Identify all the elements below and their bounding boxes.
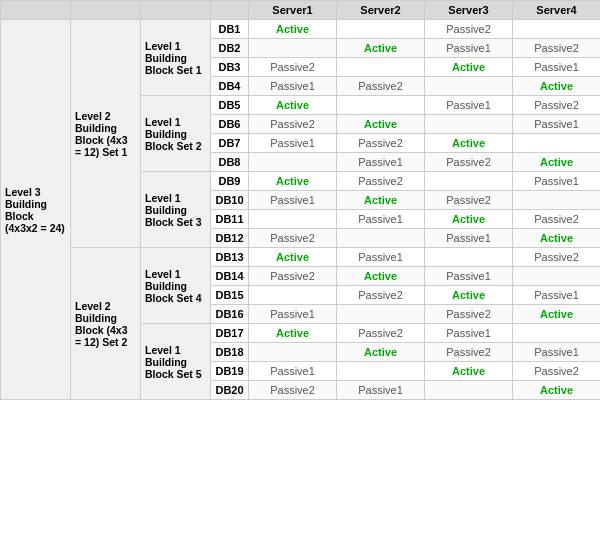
server1-cell [249, 39, 337, 58]
server1-cell [249, 153, 337, 172]
db-name: DB17 [211, 324, 249, 343]
db-name: DB19 [211, 362, 249, 381]
server4-cell: Passive1 [513, 286, 601, 305]
db-name: DB15 [211, 286, 249, 305]
header-server4: Server4 [513, 1, 601, 20]
db-name: DB13 [211, 248, 249, 267]
header-server1: Server1 [249, 1, 337, 20]
server2-cell: Active [337, 267, 425, 286]
server4-cell: Active [513, 153, 601, 172]
server1-cell: Passive1 [249, 191, 337, 210]
db-name: DB4 [211, 77, 249, 96]
level1-label: Level 1 Building Block Set 4 [141, 248, 211, 324]
server4-cell [513, 324, 601, 343]
replication-table: Server1 Server2 Server3 Server4 Level 3 … [0, 0, 600, 400]
server3-cell: Active [425, 362, 513, 381]
server4-cell: Active [513, 229, 601, 248]
server2-cell: Passive2 [337, 286, 425, 305]
server3-cell [425, 172, 513, 191]
server4-cell: Active [513, 381, 601, 400]
server1-cell: Passive1 [249, 134, 337, 153]
server3-cell: Active [425, 58, 513, 77]
server1-cell: Passive2 [249, 229, 337, 248]
server2-cell: Active [337, 39, 425, 58]
server1-cell: Active [249, 248, 337, 267]
server4-cell: Passive1 [513, 343, 601, 362]
server1-cell [249, 286, 337, 305]
server2-cell [337, 20, 425, 39]
server1-cell [249, 210, 337, 229]
level2-label: Level 2 Building Block (4x3 = 12) Set 2 [71, 248, 141, 400]
server3-cell [425, 248, 513, 267]
server3-cell: Passive2 [425, 191, 513, 210]
server2-cell [337, 362, 425, 381]
level1-label: Level 1 Building Block Set 3 [141, 172, 211, 248]
main-table-container: Server1 Server2 Server3 Server4 Level 3 … [0, 0, 600, 400]
header-db [211, 1, 249, 20]
server4-cell: Passive2 [513, 248, 601, 267]
level2-label: Level 2 Building Block (4x3 = 12) Set 1 [71, 20, 141, 248]
server2-cell: Passive1 [337, 248, 425, 267]
server2-cell: Active [337, 115, 425, 134]
server2-cell [337, 96, 425, 115]
header-level3 [1, 1, 71, 20]
server4-cell: Passive2 [513, 362, 601, 381]
server2-cell: Passive2 [337, 134, 425, 153]
db-name: DB5 [211, 96, 249, 115]
server1-cell: Active [249, 96, 337, 115]
server3-cell: Active [425, 286, 513, 305]
db-name: DB2 [211, 39, 249, 58]
server2-cell [337, 58, 425, 77]
header-server2: Server2 [337, 1, 425, 20]
server3-cell: Passive1 [425, 96, 513, 115]
db-name: DB6 [211, 115, 249, 134]
db-name: DB9 [211, 172, 249, 191]
server2-cell: Active [337, 191, 425, 210]
server1-cell: Passive2 [249, 381, 337, 400]
server4-cell [513, 267, 601, 286]
server4-cell: Active [513, 77, 601, 96]
server4-cell: Passive1 [513, 58, 601, 77]
server3-cell: Passive1 [425, 267, 513, 286]
server2-cell: Passive2 [337, 172, 425, 191]
server3-cell: Passive2 [425, 20, 513, 39]
db-name: DB16 [211, 305, 249, 324]
db-name: DB12 [211, 229, 249, 248]
header-level1 [141, 1, 211, 20]
server1-cell [249, 343, 337, 362]
db-name: DB18 [211, 343, 249, 362]
level1-label: Level 1 Building Block Set 1 [141, 20, 211, 96]
db-name: DB14 [211, 267, 249, 286]
server4-cell: Passive2 [513, 96, 601, 115]
server1-cell: Passive2 [249, 115, 337, 134]
server1-cell: Active [249, 324, 337, 343]
server3-cell [425, 381, 513, 400]
header-server3: Server3 [425, 1, 513, 20]
server4-cell [513, 191, 601, 210]
server4-cell: Passive1 [513, 172, 601, 191]
level1-label: Level 1 Building Block Set 2 [141, 96, 211, 172]
db-name: DB10 [211, 191, 249, 210]
server2-cell: Passive1 [337, 381, 425, 400]
server3-cell: Passive1 [425, 39, 513, 58]
server3-cell: Passive1 [425, 229, 513, 248]
server2-cell: Passive2 [337, 77, 425, 96]
server2-cell: Passive1 [337, 210, 425, 229]
db-name: DB1 [211, 20, 249, 39]
server3-cell: Passive2 [425, 305, 513, 324]
db-name: DB8 [211, 153, 249, 172]
server1-cell: Passive2 [249, 267, 337, 286]
db-name: DB11 [211, 210, 249, 229]
server4-cell: Passive1 [513, 115, 601, 134]
server2-cell [337, 229, 425, 248]
server3-cell: Active [425, 134, 513, 153]
server1-cell: Passive2 [249, 58, 337, 77]
db-name: DB3 [211, 58, 249, 77]
server3-cell: Passive1 [425, 324, 513, 343]
db-name: DB20 [211, 381, 249, 400]
server4-cell: Active [513, 305, 601, 324]
server3-cell: Passive2 [425, 153, 513, 172]
server1-cell: Passive1 [249, 362, 337, 381]
server1-cell: Active [249, 172, 337, 191]
server3-cell [425, 77, 513, 96]
